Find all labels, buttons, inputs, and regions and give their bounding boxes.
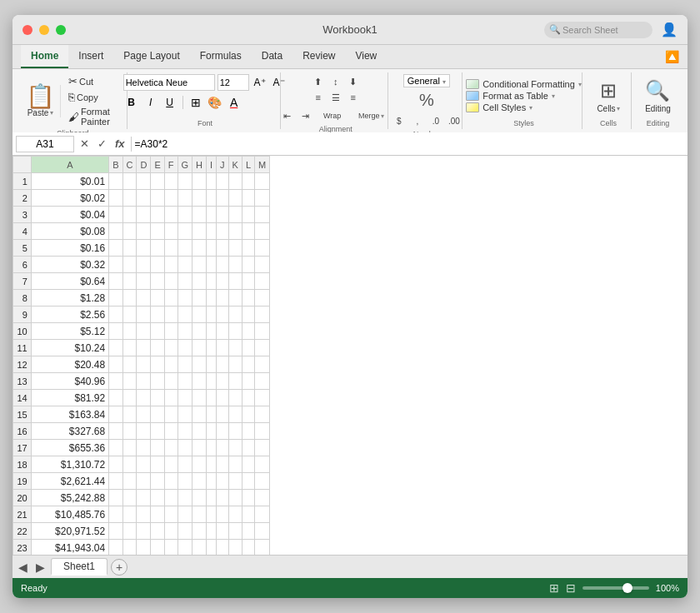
cell-H2[interactable]	[192, 190, 207, 207]
column-header-g[interactable]: G	[178, 157, 192, 173]
cell-D14[interactable]	[137, 390, 151, 406]
cell-J10[interactable]	[217, 323, 229, 340]
cell-F18[interactable]	[164, 456, 178, 473]
cell-K11[interactable]	[228, 340, 242, 356]
cell-I6[interactable]	[207, 257, 217, 273]
sheet-tab-sheet1[interactable]: Sheet1	[51, 558, 108, 576]
cell-B7[interactable]	[109, 273, 122, 290]
cell-C2[interactable]	[122, 190, 137, 207]
cell-J8[interactable]	[217, 290, 229, 306]
column-header-m[interactable]: M	[255, 157, 270, 173]
cell-D7[interactable]	[137, 273, 151, 290]
cell-M1[interactable]	[255, 173, 270, 190]
cell-C21[interactable]	[122, 506, 137, 523]
cell-F4[interactable]	[164, 223, 178, 240]
cell-L10[interactable]	[242, 323, 254, 340]
tab-data[interactable]: Data	[252, 45, 292, 68]
cell-M15[interactable]	[255, 406, 270, 423]
cell-F15[interactable]	[164, 406, 178, 423]
cell-a7[interactable]: $0.64	[31, 273, 108, 290]
cell-H6[interactable]	[192, 257, 207, 273]
cell-H19[interactable]	[192, 473, 207, 490]
column-header-l[interactable]: L	[242, 157, 254, 173]
search-box[interactable]: 🔍 Search Sheet	[544, 22, 652, 38]
copy-button[interactable]: ⎘ Copy	[66, 90, 120, 104]
cell-K4[interactable]	[228, 223, 242, 240]
cell-J1[interactable]	[217, 173, 229, 190]
cell-K23[interactable]	[228, 540, 242, 556]
cell-B21[interactable]	[109, 506, 122, 523]
cell-J13[interactable]	[217, 373, 229, 390]
cell-F17[interactable]	[164, 440, 178, 456]
cell-B20[interactable]	[109, 490, 122, 506]
cell-L16[interactable]	[242, 423, 254, 440]
cell-a1[interactable]: $0.01	[31, 173, 108, 190]
cell-C4[interactable]	[122, 223, 137, 240]
cell-a8[interactable]: $1.28	[31, 290, 108, 306]
cell-C5[interactable]	[122, 240, 137, 257]
cell-I16[interactable]	[207, 423, 217, 440]
cell-J21[interactable]	[217, 506, 229, 523]
cell-H8[interactable]	[192, 290, 207, 306]
cell-D4[interactable]	[137, 223, 151, 240]
cell-K21[interactable]	[228, 506, 242, 523]
tab-insert[interactable]: Insert	[68, 45, 113, 68]
cell-I18[interactable]	[207, 456, 217, 473]
ribbon-collapse-icon[interactable]: 🔼	[665, 50, 679, 63]
cell-J12[interactable]	[217, 356, 229, 373]
column-header-k[interactable]: K	[228, 157, 242, 173]
fill-color-button[interactable]: 🎨	[207, 94, 223, 111]
cell-F12[interactable]	[164, 356, 178, 373]
cell-L5[interactable]	[242, 240, 254, 257]
cell-F13[interactable]	[164, 373, 178, 390]
cell-C15[interactable]	[122, 406, 137, 423]
cell-I9[interactable]	[207, 306, 217, 323]
cell-a12[interactable]: $20.48	[31, 356, 108, 373]
cell-J2[interactable]	[217, 190, 229, 207]
column-header-a[interactable]: A	[31, 157, 108, 173]
cell-K6[interactable]	[228, 257, 242, 273]
cell-H3[interactable]	[192, 207, 207, 223]
cell-B19[interactable]	[109, 473, 122, 490]
cell-B3[interactable]	[109, 207, 122, 223]
add-sheet-button[interactable]: +	[111, 559, 128, 576]
cell-E20[interactable]	[151, 490, 164, 506]
cell-M3[interactable]	[255, 207, 270, 223]
cell-G11[interactable]	[178, 340, 192, 356]
cell-I17[interactable]	[207, 440, 217, 456]
cell-G10[interactable]	[178, 323, 192, 340]
cell-C18[interactable]	[122, 456, 137, 473]
cell-E5[interactable]	[151, 240, 164, 257]
cell-E19[interactable]	[151, 473, 164, 490]
cell-D22[interactable]	[137, 523, 151, 540]
cell-E2[interactable]	[151, 190, 164, 207]
column-header-e[interactable]: E	[151, 157, 164, 173]
cell-D15[interactable]	[137, 406, 151, 423]
conditional-formatting-button[interactable]: Conditional Formatting ▾	[466, 79, 582, 89]
cell-H15[interactable]	[192, 406, 207, 423]
cell-a2[interactable]: $0.02	[31, 190, 108, 207]
zoom-slider[interactable]	[582, 586, 649, 590]
cell-K7[interactable]	[228, 273, 242, 290]
cell-E3[interactable]	[151, 207, 164, 223]
cell-a17[interactable]: $655.36	[31, 440, 108, 456]
italic-button[interactable]: I	[142, 94, 159, 111]
cell-L15[interactable]	[242, 406, 254, 423]
cell-E8[interactable]	[151, 290, 164, 306]
cell-a23[interactable]: $41,943.04	[31, 540, 108, 556]
cell-G4[interactable]	[178, 223, 192, 240]
borders-button[interactable]: ⊞	[188, 94, 204, 111]
cell-L19[interactable]	[242, 473, 254, 490]
cell-K9[interactable]	[228, 306, 242, 323]
cell-C23[interactable]	[122, 540, 137, 556]
cell-J15[interactable]	[217, 406, 229, 423]
minimize-button[interactable]	[39, 25, 49, 35]
cell-a16[interactable]: $327.68	[31, 423, 108, 440]
cell-F8[interactable]	[164, 290, 178, 306]
cell-J3[interactable]	[217, 207, 229, 223]
cell-E16[interactable]	[151, 423, 164, 440]
cell-a10[interactable]: $5.12	[31, 323, 108, 340]
cell-K10[interactable]	[228, 323, 242, 340]
cell-F10[interactable]	[164, 323, 178, 340]
accept-formula-button[interactable]: ✓	[95, 137, 109, 150]
